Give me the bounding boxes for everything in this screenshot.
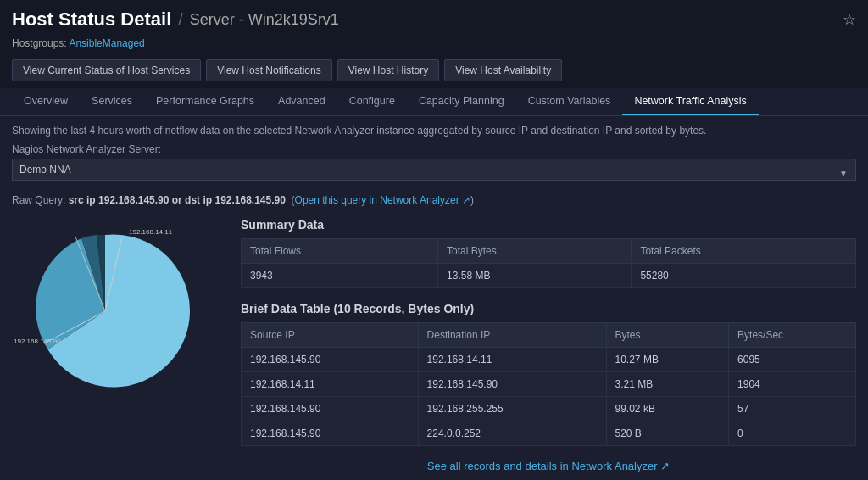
nna-select-wrapper[interactable]: Demo NNA bbox=[12, 159, 856, 187]
tab-network-traffic-analysis[interactable]: Network Traffic Analysis bbox=[622, 88, 758, 115]
pie-label-text-2: 192.168.145.90 bbox=[14, 338, 61, 345]
tab-advanced[interactable]: Advanced bbox=[266, 88, 337, 115]
table-cell: 192.168.145.90 bbox=[418, 372, 606, 397]
table-cell: 6095 bbox=[729, 348, 856, 372]
action-buttons-row: View Current Status of Host Services Vie… bbox=[0, 54, 868, 88]
table-row: 192.168.145.90192.168.14.1110.27 MB6095 bbox=[242, 348, 856, 372]
summary-table: Total Flows Total Bytes Total Packets 39… bbox=[241, 238, 856, 288]
pie-chart: 192.168.14.11 192.168.145.90 192.168.255… bbox=[12, 218, 198, 405]
table-cell: 99.02 kB bbox=[606, 397, 729, 421]
hostgroups-link[interactable]: AnsibleManaged bbox=[69, 37, 144, 49]
table-cell: 57 bbox=[729, 397, 856, 421]
see-all-records-link[interactable]: See all records and details in Network A… bbox=[241, 460, 856, 472]
pie-chart-area: 192.168.14.11 192.168.145.90 192.168.255… bbox=[12, 218, 215, 407]
view-host-history-button[interactable]: View Host History bbox=[337, 59, 439, 81]
table-cell: 192.168.145.90 bbox=[242, 397, 419, 421]
page-header: Host Status Detail / Server - Win2k19Srv… bbox=[0, 0, 868, 36]
table-cell: 192.168.145.90 bbox=[242, 348, 419, 372]
summary-row: 3943 13.58 MB 55280 bbox=[242, 264, 856, 288]
brief-header-src: Source IP bbox=[242, 323, 419, 348]
title-area: Host Status Detail / Server - Win2k19Srv… bbox=[12, 8, 339, 31]
raw-query-row: Raw Query: src ip 192.168.145.90 or dst … bbox=[12, 194, 856, 206]
table-cell: 224.0.0.252 bbox=[418, 421, 606, 446]
summary-flows-value: 3943 bbox=[242, 264, 438, 288]
info-text: Showing the last 4 hours worth of netflo… bbox=[12, 125, 856, 137]
brief-table-title: Brief Data Table (10 Records, Bytes Only… bbox=[241, 302, 856, 315]
view-host-availability-button[interactable]: View Host Availability bbox=[444, 59, 562, 81]
nna-label: Nagios Network Analyzer Server: bbox=[12, 143, 856, 155]
slash-divider: / bbox=[178, 10, 183, 30]
table-cell: 0 bbox=[729, 421, 856, 446]
host-name: Server - Win2k19Srv1 bbox=[190, 11, 339, 29]
nna-select[interactable]: Demo NNA bbox=[12, 159, 856, 181]
summary-header-packets: Total Packets bbox=[632, 239, 856, 264]
tabs-row: Overview Services Performance Graphs Adv… bbox=[0, 88, 868, 116]
table-cell: 520 B bbox=[606, 421, 729, 446]
brief-header-bytessec: Bytes/Sec bbox=[729, 323, 856, 348]
hostgroups-row: Hostgroups: AnsibleManaged bbox=[0, 36, 868, 54]
tab-capacity-planning[interactable]: Capacity Planning bbox=[407, 88, 516, 115]
table-row: 192.168.145.90192.168.255.25599.02 kB57 bbox=[242, 397, 856, 421]
data-area: Summary Data Total Flows Total Bytes Tot… bbox=[241, 218, 856, 472]
page-title: Host Status Detail bbox=[12, 8, 171, 31]
pie-label-text-1: 192.168.14.11 bbox=[129, 228, 173, 236]
favorite-icon[interactable]: ☆ bbox=[843, 10, 856, 29]
open-in-nna-link[interactable]: Open this query in Network Analyzer ↗ bbox=[295, 194, 470, 206]
raw-query-value: src ip 192.168.145.90 or dst ip 192.168.… bbox=[69, 194, 286, 206]
summary-header-flows: Total Flows bbox=[242, 239, 438, 264]
summary-title: Summary Data bbox=[241, 218, 856, 232]
table-row: 192.168.145.90224.0.0.252520 B0 bbox=[242, 421, 856, 446]
data-layout: 192.168.14.11 192.168.145.90 192.168.255… bbox=[12, 218, 856, 472]
tab-services[interactable]: Services bbox=[80, 88, 144, 115]
tab-custom-variables[interactable]: Custom Variables bbox=[516, 88, 623, 115]
table-cell: 192.168.14.11 bbox=[242, 372, 419, 397]
tab-performance-graphs[interactable]: Performance Graphs bbox=[144, 88, 266, 115]
main-content: Showing the last 4 hours worth of netflo… bbox=[0, 116, 868, 480]
view-host-notifications-button[interactable]: View Host Notifications bbox=[206, 59, 332, 81]
tab-configure[interactable]: Configure bbox=[337, 88, 407, 115]
table-cell: 192.168.145.90 bbox=[242, 421, 419, 446]
table-cell: 1904 bbox=[729, 372, 856, 397]
table-row: 192.168.14.11192.168.145.903.21 MB1904 bbox=[242, 372, 856, 397]
hostgroups-label: Hostgroups: bbox=[12, 37, 67, 49]
summary-header-bytes: Total Bytes bbox=[438, 239, 632, 264]
raw-query-prefix: Raw Query: bbox=[12, 194, 69, 206]
summary-packets-value: 55280 bbox=[632, 264, 856, 288]
view-current-status-button[interactable]: View Current Status of Host Services bbox=[12, 59, 201, 81]
tab-overview[interactable]: Overview bbox=[12, 88, 80, 115]
table-cell: 192.168.14.11 bbox=[418, 348, 606, 372]
table-cell: 10.27 MB bbox=[606, 348, 729, 372]
table-cell: 192.168.255.255 bbox=[418, 397, 606, 421]
brief-data-table: Source IP Destination IP Bytes Bytes/Sec… bbox=[241, 322, 856, 446]
brief-header-bytes: Bytes bbox=[606, 323, 729, 348]
brief-header-dst: Destination IP bbox=[418, 323, 606, 348]
summary-bytes-value: 13.58 MB bbox=[438, 264, 632, 288]
table-cell: 3.21 MB bbox=[606, 372, 729, 397]
